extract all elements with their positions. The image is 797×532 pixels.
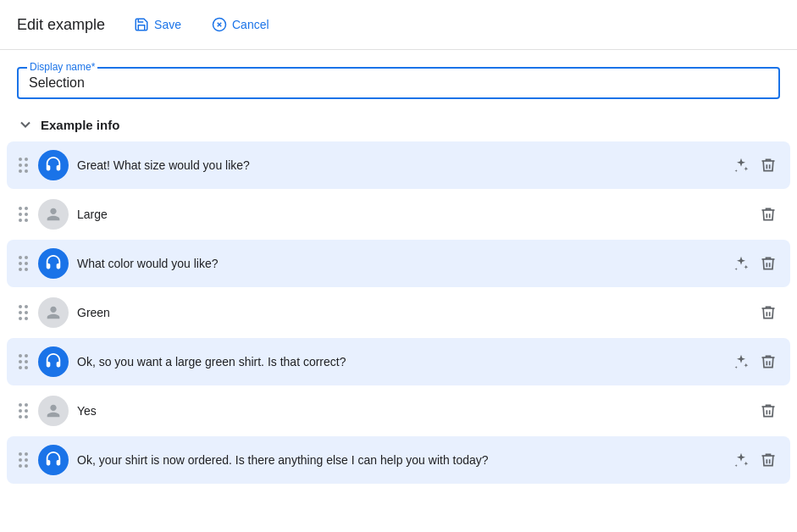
drag-handle[interactable] [17,352,30,371]
drag-handle[interactable] [17,254,30,273]
drag-handle[interactable] [17,451,30,469]
delete-button[interactable] [756,350,780,374]
row-actions [729,448,780,472]
example-info-label: Example info [41,118,119,132]
chevron-down-icon [17,116,34,133]
conversation-text: What color would you like? [77,257,721,270]
page-header: Edit example Save Cancel [0,0,797,50]
delete-button[interactable] [756,448,780,472]
trash-icon [760,206,777,223]
conversation-row: Green [7,289,790,336]
delete-button[interactable] [756,301,780,324]
row-actions [756,301,780,324]
delete-button[interactable] [756,252,780,275]
save-icon [134,17,149,32]
drag-handle[interactable] [17,303,30,322]
sparkle-button[interactable] [729,252,753,275]
trash-icon [760,157,777,174]
delete-button[interactable] [756,399,780,423]
drag-handle[interactable] [17,156,30,175]
conversation-text: Green [77,306,748,319]
user-avatar [38,297,69,328]
row-actions [729,252,780,275]
display-name-field-wrapper: Display name* [17,67,780,99]
conversation-row: Yes [7,387,790,435]
conversation-text: Great! What size would you like? [77,158,721,172]
conversation-text: Yes [77,404,748,418]
example-info-header[interactable]: Example info [0,108,797,141]
user-avatar [38,396,69,426]
sparkle-button[interactable] [729,350,753,374]
conversation-text: Large [77,208,748,221]
bot-avatar [38,150,69,180]
drag-handle[interactable] [17,205,30,224]
conversation-row: What color would you like? [7,240,790,287]
row-actions [756,399,780,423]
bot-avatar [38,445,69,475]
page-title: Edit example [17,16,105,34]
sparkle-button[interactable] [729,153,753,177]
sparkle-button[interactable] [729,448,753,472]
conversation-list: Great! What size would you like? Large [0,141,797,484]
sparkle-icon [733,353,750,370]
user-avatar [38,199,69,230]
bot-avatar [38,346,69,377]
conversation-row: Ok, your shirt is now ordered. Is there … [7,436,790,484]
sparkle-icon [733,452,750,468]
conversation-text: Ok, your shirt is now ordered. Is there … [77,453,721,467]
bot-avatar [38,248,69,279]
conversation-text: Ok, so you want a large green shirt. Is … [77,355,721,369]
delete-button[interactable] [756,153,780,177]
trash-icon [760,353,777,370]
trash-icon [760,304,777,321]
row-actions [729,350,780,374]
cancel-icon [212,17,227,32]
trash-icon [760,402,777,419]
drag-handle[interactable] [17,402,30,420]
trash-icon [760,452,777,468]
save-button[interactable]: Save [125,12,190,37]
display-name-label: Display name* [27,61,97,73]
sparkle-icon [733,157,750,174]
row-actions [756,202,780,226]
conversation-row: Great! What size would you like? [7,141,790,189]
conversation-row: Large [7,191,790,238]
display-name-section: Display name* [0,50,797,108]
row-actions [729,153,780,177]
trash-icon [760,255,777,272]
delete-button[interactable] [756,202,780,226]
conversation-row: Ok, so you want a large green shirt. Is … [7,338,790,385]
cancel-button[interactable]: Cancel [203,12,278,37]
display-name-input[interactable] [29,75,768,91]
sparkle-icon [733,255,750,272]
